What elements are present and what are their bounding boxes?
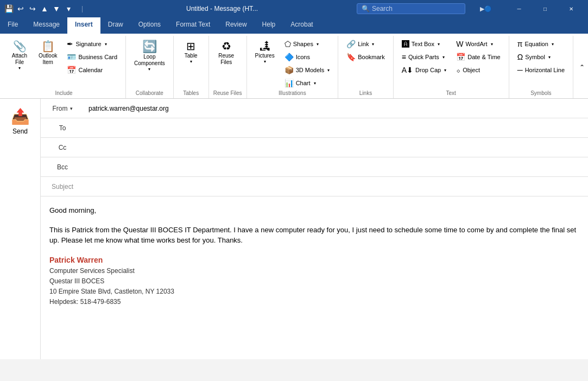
wordart-icon: W — [456, 40, 463, 48]
object-icon: ⬦ — [456, 66, 460, 74]
ribbon-content: 📎 Attach File ▾ 📋 Outlook Item ✒ Signatu… — [0, 34, 588, 99]
from-dropdown-arrow: ▾ — [70, 106, 73, 111]
3d-arrow: ▾ — [327, 68, 330, 73]
drop-cap-arrow: ▾ — [444, 68, 446, 73]
signature-title: Computer Services Specialist — [49, 266, 579, 276]
wordart-arrow: ▾ — [491, 42, 493, 47]
ribbon-collapse-button[interactable]: ⌃ — [578, 36, 586, 98]
cc-input[interactable] — [84, 141, 588, 155]
tab-message[interactable]: Message — [26, 17, 67, 34]
text-small-col1: 🅰 Text Box ▾ ≡ Quick Parts ▾ A⬇ Drop Cap… — [398, 38, 450, 76]
wordart-button[interactable]: W WordArt ▾ — [452, 38, 504, 50]
window-title: Untitled - Message (HT... — [92, 5, 352, 12]
illustrations-small: ⬠ Shapes ▾ 🔷 Icons 📦 3D Models ▾ 📊 Chart… — [281, 38, 334, 89]
link-arrow: ▾ — [372, 42, 374, 47]
signature-icon: ✒ — [67, 40, 73, 48]
signature-button[interactable]: ✒ Signature ▾ — [63, 38, 110, 50]
symbol-icon: Ω — [517, 53, 523, 61]
to-row: To — [41, 118, 588, 138]
save-icon[interactable]: 💾 — [4, 4, 13, 13]
table-button[interactable]: ⊞ Table ▾ — [178, 38, 204, 67]
close-button[interactable]: ✕ — [559, 0, 584, 17]
greeting-text: Good morning, — [49, 205, 579, 216]
search-box[interactable]: 🔍 — [357, 3, 465, 14]
pictures-button[interactable]: 🏞 Pictures ▾ — [251, 38, 279, 67]
text-box-button[interactable]: 🅰 Text Box ▾ — [398, 38, 450, 50]
shapes-button[interactable]: ⬠ Shapes ▾ — [281, 38, 334, 50]
symbols-group-label: Symbols — [514, 89, 568, 98]
maximize-button[interactable]: □ — [533, 0, 558, 17]
titlebar: 💾 ↩ ↪ ▲ ▼ ▾ | Untitled - Message (HT... … — [0, 0, 588, 17]
subject-row: Subject — [41, 177, 588, 196]
send-button[interactable]: 📤 Send — [7, 103, 34, 139]
business-card-icon: 🪪 — [67, 53, 76, 61]
search-input[interactable] — [372, 5, 460, 12]
quick-access-toolbar: 💾 ↩ ↪ ▲ ▼ ▾ — [4, 4, 73, 13]
equation-icon: π — [517, 40, 523, 48]
bcc-row: Bcc — [41, 157, 588, 177]
symbol-arrow: ▾ — [548, 55, 551, 60]
up-icon[interactable]: ▲ — [40, 4, 49, 13]
tables-group-label: Tables — [178, 89, 204, 98]
drop-cap-button[interactable]: A⬇ Drop Cap ▾ — [398, 64, 450, 76]
loop-components-button[interactable]: 🔄 Loop Components ▾ — [130, 38, 169, 74]
user-profile[interactable]: ▶🔵 — [470, 5, 502, 12]
tab-insert[interactable]: Insert — [67, 17, 100, 34]
equation-button[interactable]: π Equation ▾ — [514, 38, 568, 50]
bcc-button[interactable]: Bcc — [41, 160, 84, 174]
signature-helpdesk: Helpdesk: 518-479-6835 — [49, 297, 579, 307]
link-button[interactable]: 🔗 Link ▾ — [343, 38, 389, 50]
date-time-icon: 📅 — [456, 53, 465, 61]
tab-review[interactable]: Review — [218, 17, 254, 34]
minimize-button[interactable]: ─ — [507, 0, 532, 17]
ribbon-group-reuse: ♻ Reuse Files Reuse Files — [209, 36, 247, 98]
attach-file-button[interactable]: 📎 Attach File ▾ — [7, 38, 33, 73]
bookmark-button[interactable]: 🔖 Bookmark — [343, 51, 389, 63]
symbols-items: π Equation ▾ Ω Symbol ▾ ─ Horizontal Lin… — [514, 36, 568, 89]
symbol-button[interactable]: Ω Symbol ▾ — [514, 51, 568, 63]
more-options-icon[interactable]: ▾ — [64, 4, 73, 13]
links-group-label: Links — [343, 89, 389, 98]
subject-input[interactable] — [84, 180, 588, 194]
down-icon[interactable]: ▼ — [52, 4, 61, 13]
calendar-icon: 📅 — [67, 66, 76, 74]
cc-button[interactable]: Cc — [41, 141, 84, 155]
undo-icon[interactable]: ↩ — [16, 4, 25, 13]
quick-parts-icon: ≡ — [402, 53, 406, 61]
bookmark-icon: 🔖 — [346, 53, 356, 61]
calendar-button[interactable]: 📅 Calendar — [63, 64, 106, 76]
horizontal-line-button[interactable]: ─ Horizontal Line — [514, 64, 568, 76]
equation-arrow: ▾ — [552, 42, 554, 47]
tab-format-text[interactable]: Format Text — [168, 17, 218, 34]
include-items: 📎 Attach File ▾ 📋 Outlook Item ✒ Signatu… — [7, 36, 121, 89]
to-input[interactable] — [84, 121, 588, 135]
object-button[interactable]: ⬦ Object — [452, 64, 504, 76]
icons-button[interactable]: 🔷 Icons — [281, 51, 334, 63]
from-input[interactable] — [84, 101, 588, 116]
outlook-item-button[interactable]: 📋 Outlook Item — [35, 38, 61, 68]
from-button[interactable]: From ▾ — [41, 101, 84, 116]
tab-acrobat[interactable]: Acrobat — [283, 17, 320, 34]
to-button[interactable]: To — [41, 121, 84, 135]
reuse-group-label: Reuse Files — [213, 89, 242, 98]
business-card-button[interactable]: 🪪 Business Card — [63, 51, 121, 63]
3d-models-button[interactable]: 📦 3D Models ▾ — [281, 64, 334, 76]
send-icon: 📤 — [11, 107, 30, 125]
chart-button[interactable]: 📊 Chart ▾ — [281, 77, 334, 89]
reuse-icon: ♻ — [222, 41, 231, 52]
tab-options[interactable]: Options — [131, 17, 168, 34]
date-time-button[interactable]: 📅 Date & Time — [452, 51, 504, 63]
pictures-icon: 🏞 — [260, 41, 270, 52]
window-controls: ─ □ ✕ — [507, 0, 584, 17]
chart-icon: 📊 — [284, 79, 294, 87]
email-body[interactable]: Good morning, This is Patrick from the Q… — [41, 196, 588, 359]
quick-parts-button[interactable]: ≡ Quick Parts ▾ — [398, 51, 450, 63]
icons-icon: 🔷 — [284, 53, 294, 61]
bcc-input[interactable] — [84, 160, 588, 174]
bcc-label: Bcc — [57, 163, 68, 171]
tab-draw[interactable]: Draw — [100, 17, 131, 34]
redo-icon[interactable]: ↪ — [28, 4, 37, 13]
reuse-files-button[interactable]: ♻ Reuse Files — [213, 38, 239, 68]
tab-help[interactable]: Help — [255, 17, 283, 34]
tab-file[interactable]: File — [0, 17, 26, 34]
